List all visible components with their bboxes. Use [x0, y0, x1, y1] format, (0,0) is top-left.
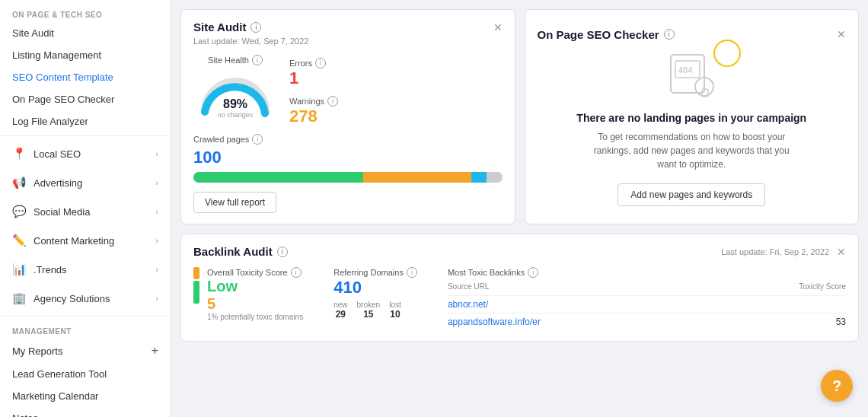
sidebar-item-agency-solutions[interactable]: 🏢 Agency Solutions ›	[0, 284, 171, 313]
sidebar-item-local-seo-label: Local SEO	[34, 148, 81, 160]
errors-section: Errors i 1	[289, 58, 338, 88]
progress-seg-errors	[471, 172, 487, 183]
site-audit-title: Site Audit i	[193, 21, 261, 33]
sidebar-item-seo-content-template[interactable]: SEO Content Template	[0, 66, 171, 88]
sidebar-item-listing-management[interactable]: Listing Management	[0, 44, 171, 66]
sidebar-item-advertising[interactable]: 📢 Advertising ›	[0, 168, 171, 197]
ref-new: new 29	[333, 301, 347, 320]
sidebar-item-social-media-label: Social Media	[34, 206, 90, 218]
referring-domains-count: 410	[333, 278, 417, 298]
backlink-audit-card: Backlink Audit i Last update: Fri, Sep 2…	[180, 234, 859, 342]
site-health-gauge: Site Health i 89% no changes	[193, 55, 277, 119]
warnings-section: Warnings i 278	[289, 96, 338, 126]
sidebar-item-advertising-label: Advertising	[34, 177, 82, 189]
health-pct: 89%	[197, 97, 273, 111]
sidebar-item-log-file-analyzer[interactable]: Log File Analyzer	[0, 110, 171, 132]
toxic-score-col-label: Toxicity Score	[799, 282, 846, 291]
progress-seg-healthy	[193, 172, 363, 183]
ref-lost: lost 10	[389, 301, 401, 320]
toxic-source-col-label: Source URL	[448, 282, 489, 291]
crawled-count: 100	[193, 148, 503, 167]
toxicity-section: Overall Toxicity Score i Low 5 1% potent…	[193, 267, 303, 321]
sidebar-item-social-media[interactable]: 💬 Social Media ›	[0, 197, 171, 226]
sidebar-item-site-audit[interactable]: Site Audit	[0, 22, 171, 44]
no-pages-description: To get recommendations on how to boost y…	[585, 130, 798, 171]
errors-info-icon[interactable]: i	[315, 58, 326, 68]
no-pages-title: There are no landing pages in your campa…	[576, 112, 806, 124]
site-audit-info-icon[interactable]: i	[251, 22, 261, 33]
add-pages-keywords-button[interactable]: Add new pages and keywords	[617, 183, 765, 206]
backlink-last-update: Last update: Fri, Sep 2, 2022	[721, 247, 829, 256]
chevron-right-icon: ›	[155, 265, 158, 274]
errors-value: 1	[289, 68, 338, 88]
agency-solutions-icon: 🏢	[12, 291, 26, 305]
table-row: abnor.net/	[448, 295, 846, 313]
sidebar-item-local-seo[interactable]: 📍 Local SEO ›	[0, 139, 171, 168]
sidebar-item-trends[interactable]: 📊 .Trends ›	[0, 255, 171, 284]
cursor-highlight-circle	[713, 40, 741, 67]
sidebar-item-content-marketing-label: Content Marketing	[34, 235, 114, 247]
chevron-right-icon: ›	[155, 207, 158, 216]
sidebar-item-content-marketing[interactable]: ✏️ Content Marketing ›	[0, 226, 171, 255]
sidebar-item-my-reports[interactable]: My Reports	[12, 345, 62, 357]
help-button[interactable]: ?	[821, 370, 853, 402]
crawled-progress-bar	[193, 172, 503, 183]
progress-seg-other	[487, 172, 502, 183]
toxicity-info: Overall Toxicity Score i Low 5 1% potent…	[207, 267, 303, 321]
toxicity-value: Low	[207, 278, 303, 295]
sidebar-item-on-page-seo-checker[interactable]: On Page SEO Checker	[0, 88, 171, 110]
no-pages-icon: 404	[665, 47, 718, 100]
top-cards-row: Site Audit i ✕ Last update: Wed, Sep 7, …	[180, 9, 859, 224]
referring-domains-section: Referring Domains i 410 new 29 broken 15…	[333, 267, 417, 320]
site-audit-close-icon[interactable]: ✕	[493, 21, 503, 33]
sidebar-item-trends-label: .Trends	[34, 264, 67, 275]
toxic-table-header: Source URL Toxicity Score	[448, 282, 846, 291]
on-page-header: On Page SEO Checker i ✕	[538, 28, 847, 41]
on-page-close-icon[interactable]: ✕	[837, 28, 846, 40]
backlink-audit-title: Backlink Audit i	[193, 245, 288, 258]
sidebar-section-management: MANAGEMENT	[0, 320, 171, 339]
chevron-right-icon: ›	[155, 294, 158, 303]
most-toxic-info-icon[interactable]: i	[528, 267, 538, 278]
toxicity-score: 5	[207, 295, 303, 313]
toxicity-info-icon[interactable]: i	[291, 267, 302, 278]
on-page-seo-card: On Page SEO Checker i ✕ 404 There are no…	[525, 9, 860, 224]
backlink-audit-header: Backlink Audit i Last update: Fri, Sep 2…	[193, 245, 846, 258]
local-seo-icon: 📍	[12, 147, 26, 161]
view-full-report-button[interactable]: View full report	[193, 192, 276, 213]
referring-domains-info-icon[interactable]: i	[407, 267, 417, 278]
errors-warnings: Errors i 1 Warnings i 278	[289, 55, 338, 126]
chevron-right-icon: ›	[155, 149, 158, 158]
toxic-url-2[interactable]: appandsoftware.info/er	[448, 317, 541, 327]
sidebar-item-agency-solutions-label: Agency Solutions	[34, 293, 110, 304]
toxic-score-2: 53	[836, 317, 846, 327]
most-toxic-label: Most Toxic Backlinks	[448, 268, 525, 277]
site-audit-last-update: Last update: Wed, Sep 7, 2022	[193, 37, 503, 46]
sidebar-item-notes[interactable]: Notes	[0, 407, 171, 417]
sidebar-item-marketing-calendar[interactable]: Marketing Calendar	[0, 385, 171, 407]
chevron-right-icon: ›	[155, 178, 158, 187]
social-media-icon: 💬	[12, 205, 26, 218]
sidebar-item-lead-generation[interactable]: Lead Generation Tool	[0, 363, 171, 385]
content-marketing-icon: ✏️	[12, 234, 26, 247]
ref-broken: broken 15	[357, 301, 381, 320]
table-row: appandsoftware.info/er 53	[448, 313, 846, 330]
health-sub: no changes	[197, 111, 273, 119]
add-report-icon[interactable]: +	[152, 344, 158, 358]
site-health-label: Site Health	[208, 56, 249, 65]
advertising-icon: 📢	[12, 176, 26, 189]
site-health-info-icon[interactable]: i	[252, 55, 263, 65]
on-page-info-icon[interactable]: i	[664, 29, 675, 40]
warnings-info-icon[interactable]: i	[327, 96, 338, 107]
backlink-close-icon[interactable]: ✕	[837, 246, 846, 258]
trends-icon: 📊	[12, 263, 26, 276]
sidebar-section-on-page: ON PAGE & TECH SEO	[0, 3, 171, 22]
site-audit-header: Site Audit i ✕	[193, 21, 503, 33]
crawled-info-icon[interactable]: i	[252, 134, 263, 145]
progress-seg-warnings	[363, 172, 471, 183]
ref-breakdown: new 29 broken 15 lost 10	[333, 301, 417, 320]
backlink-info-icon[interactable]: i	[277, 247, 288, 257]
crawled-section: Crawled pages i 100	[193, 134, 503, 183]
toxic-backlinks-table: Most Toxic Backlinks i Source URL Toxici…	[448, 267, 846, 330]
toxic-url-1[interactable]: abnor.net/	[448, 299, 488, 310]
